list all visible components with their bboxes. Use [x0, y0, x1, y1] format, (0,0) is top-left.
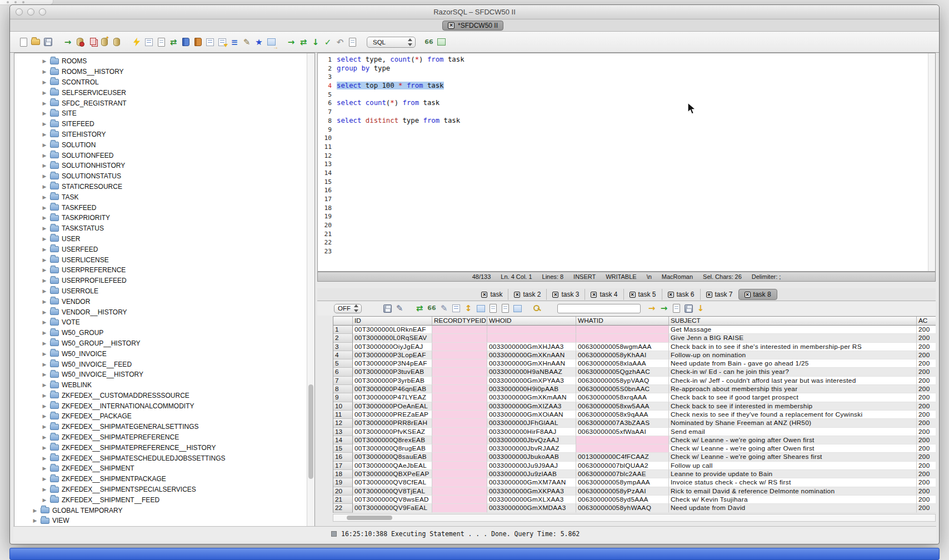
row-number[interactable]: 20 [333, 487, 353, 496]
results-tab-task-5[interactable]: ✕task 5 [623, 289, 662, 300]
editor-line[interactable]: 21 [318, 230, 935, 239]
tree-item-vendor[interactable]: ▶VENDOR [14, 296, 314, 307]
cell-whatid[interactable]: 006300000058xw5AAA [576, 402, 669, 411]
disclosure-triangle-icon[interactable]: ▶ [42, 101, 47, 106]
execute-down-icon[interactable]: ↓ [310, 37, 321, 48]
tree-item-selfserviceuser[interactable]: ▶SELFSERVICEUSER [14, 87, 314, 98]
cell-recordtypeid[interactable] [432, 444, 487, 453]
column-info-icon[interactable] [204, 37, 216, 48]
column-header-whatid[interactable]: WHATID [576, 317, 669, 326]
save-results-icon[interactable] [382, 303, 393, 314]
document-tab[interactable]: ✕ *SFDCW50 II [442, 21, 503, 31]
tab-close-icon[interactable]: ✕ [552, 292, 558, 298]
tree-item-global-temporary[interactable]: ▶GLOBAL TEMPORARY [14, 505, 314, 516]
sql-editor[interactable]: 1select type, count(*) from task2group b… [317, 53, 936, 272]
tree-item-sitehistory[interactable]: ▶SITEHISTORY [14, 129, 314, 140]
cell-recordtypeid[interactable] [432, 351, 487, 359]
cell-subject[interactable]: Invoice status check - check w/ RS first [669, 478, 917, 487]
row-number[interactable]: 7 [333, 377, 353, 385]
cell-whatid[interactable] [576, 326, 669, 334]
cell-subject[interactable]: Check back to see if interested in membe… [669, 402, 917, 411]
switch-connection-icon[interactable]: ⇄ [298, 37, 309, 48]
disclosure-triangle-icon[interactable]: ▶ [42, 393, 47, 398]
cell-whatid[interactable]: 00630000007A3bZAAS [576, 419, 669, 427]
tree-item-solutionstatus[interactable]: ▶SOLUTIONSTATUS [14, 171, 314, 182]
cell-id[interactable]: 00T3000000QV8TjEAL [353, 487, 432, 496]
export-data-icon[interactable] [156, 37, 167, 48]
row-number[interactable]: 19 [333, 478, 353, 487]
cell-ac[interactable]: 200 [917, 393, 936, 402]
tab-close-icon[interactable]: ✕ [481, 292, 487, 298]
cell-whatid[interactable]: 006300000058xlaAAA [576, 359, 669, 368]
tree-item-zkfedex-internationalcommodity[interactable]: ▶ZKFEDEX__INTERNATIONALCOMMODITY [14, 401, 314, 411]
primary-key-icon[interactable] [532, 303, 543, 314]
tree-item-scontrol[interactable]: ▶SCONTROL [14, 77, 314, 88]
editor-line[interactable]: 5 [318, 91, 935, 99]
column-header-rownum[interactable] [333, 317, 353, 326]
cell-whatid[interactable]: 00630000007blc2AAE [576, 470, 669, 478]
disclosure-triangle-icon[interactable]: ▶ [42, 424, 47, 429]
editor-line[interactable]: 1select type, count(*) from task [318, 56, 935, 64]
editor-line[interactable]: 14 [318, 169, 935, 178]
cell-subject[interactable]: Check-in w/ Ed - can he join this year? [669, 368, 917, 376]
cell-ac[interactable]: 200 [917, 444, 936, 453]
editor-line[interactable]: 20 [318, 221, 935, 230]
cell-whoid[interactable]: 0033000000GmXM7AAN [487, 478, 576, 487]
cell-whoid[interactable]: 0033000000GmXKmAAN [487, 393, 576, 402]
disclosure-triangle-icon[interactable]: ▶ [42, 142, 47, 148]
new-document-icon[interactable] [18, 37, 29, 48]
tree-item-userlicense[interactable]: ▶USERLICENSE [14, 254, 314, 265]
tree-item-rooms[interactable]: ▶ROOMS [14, 56, 314, 67]
editor-line[interactable]: 9 [318, 126, 935, 134]
zoom-window-button[interactable] [39, 8, 46, 16]
form-view-icon[interactable] [487, 303, 498, 314]
tree-item-taskpriority[interactable]: ▶TASKPRIORITY [14, 213, 314, 223]
disclosure-triangle-icon[interactable]: ▶ [42, 194, 47, 200]
cell-whoid[interactable]: 0033000000GmXHnAAN [487, 359, 576, 368]
tree-item-view[interactable]: ▶VIEW [14, 516, 314, 526]
cell-subject[interactable]: Need update from Bain - gave go ahead 1/… [669, 359, 917, 368]
tab-close-icon[interactable]: ✕ [630, 292, 636, 298]
tree-item-solution[interactable]: ▶SOLUTION [14, 139, 314, 150]
disclosure-triangle-icon[interactable]: ▶ [32, 518, 38, 523]
tree-item-taskstatus[interactable]: ▶TASKSTATUS [14, 223, 314, 234]
connect-database-icon[interactable]: → [62, 37, 73, 48]
results-tab-task[interactable]: ✕task [476, 289, 508, 300]
tree-item-taskfeed[interactable]: ▶TASKFEED [14, 202, 314, 213]
row-number[interactable]: 15 [333, 444, 353, 453]
row-number[interactable]: 6 [333, 368, 353, 376]
find-next-icon[interactable]: → [646, 303, 657, 314]
cell-recordtypeid[interactable] [432, 393, 487, 402]
select-stepper-icon[interactable] [407, 38, 413, 46]
disclosure-triangle-icon[interactable]: ▶ [42, 497, 47, 503]
editor-scrollbar[interactable] [928, 53, 935, 271]
disclosure-triangle-icon[interactable]: ▶ [42, 247, 47, 252]
row-number[interactable]: 13 [333, 428, 353, 436]
preview-sql-icon[interactable]: 66 [423, 37, 434, 48]
cell-id[interactable]: 00T3000000OiyJgEAJ [353, 343, 432, 351]
tree-item-zkfedex-shipmatepreference-history[interactable]: ▶ZKFEDEX__SHIPMATEPREFERENCE__HISTORY [14, 442, 314, 453]
results-tab-task-8[interactable]: ✕task 8 [738, 289, 777, 300]
row-number[interactable]: 17 [333, 462, 353, 470]
disclosure-triangle-icon[interactable]: ▶ [42, 163, 47, 168]
cell-recordtypeid[interactable] [432, 453, 487, 461]
editor-line[interactable]: 10 [318, 134, 935, 143]
sort-rows-icon[interactable]: ↕ [463, 303, 474, 314]
edit-sql-icon[interactable]: ✎ [241, 37, 252, 48]
copy-table-icon[interactable] [87, 37, 98, 48]
tree-item-vendor-history[interactable]: ▶VENDOR__HISTORY [14, 307, 314, 317]
cell-recordtypeid[interactable] [432, 496, 487, 504]
row-number[interactable]: 5 [333, 359, 353, 368]
select-stepper-icon[interactable] [353, 304, 359, 312]
save-icon[interactable] [42, 37, 53, 48]
cell-subject[interactable]: Leanne to provide update to Bain [669, 470, 917, 478]
disclosure-triangle-icon[interactable]: ▶ [42, 403, 47, 409]
cell-whatid[interactable] [576, 444, 669, 453]
cell-subject[interactable]: Rick to email David & reference Delmonte… [669, 487, 917, 496]
disclosure-triangle-icon[interactable]: ▶ [42, 299, 47, 304]
cell-whatid[interactable]: 0013000000C4fFCAAZ [576, 453, 669, 461]
cell-subject[interactable]: Check w/ Kevin Tsujihara [669, 496, 917, 504]
row-number[interactable]: 2 [333, 334, 353, 342]
cell-ac[interactable]: 200 [917, 462, 936, 470]
editor-line[interactable]: 19 [318, 212, 935, 221]
